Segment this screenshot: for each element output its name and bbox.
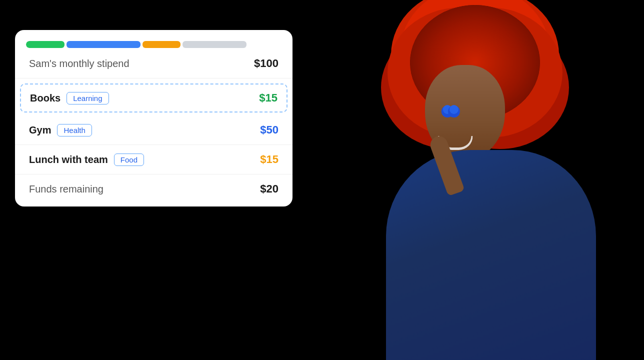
stipend-row: Sam's monthly stipend $100 bbox=[15, 48, 292, 78]
lunch-row: Lunch with team Food $15 bbox=[15, 145, 292, 174]
progress-blue bbox=[66, 41, 140, 48]
remaining-row: Funds remaining $20 bbox=[15, 174, 292, 206]
lunch-tag: Food bbox=[114, 154, 144, 166]
gym-name: Gym bbox=[29, 124, 51, 136]
progress-green bbox=[26, 41, 64, 48]
gym-row-left: Gym Health bbox=[29, 124, 92, 136]
stipend-card: Sam's monthly stipend $100 Books Learnin… bbox=[15, 30, 292, 206]
books-row-wrapper: Books Learning $15 bbox=[20, 84, 288, 112]
lunch-name: Lunch with team bbox=[29, 154, 108, 166]
remaining-label: Funds remaining bbox=[29, 184, 104, 195]
lunch-row-left: Lunch with team Food bbox=[29, 154, 144, 166]
lunch-amount: $15 bbox=[260, 153, 278, 166]
person-body bbox=[386, 150, 596, 360]
remaining-amount: $20 bbox=[260, 182, 278, 196]
gym-amount: $50 bbox=[260, 124, 278, 136]
person-earring-right bbox=[450, 105, 458, 114]
books-row-highlight: Books Learning $15 bbox=[20, 84, 288, 112]
books-row-left: Books Learning bbox=[30, 92, 109, 104]
gym-row: Gym Health $50 bbox=[15, 116, 292, 145]
progress-gray bbox=[182, 41, 246, 48]
stipend-label: Sam's monthly stipend bbox=[29, 58, 130, 70]
books-name: Books bbox=[30, 92, 60, 104]
books-tag: Learning bbox=[66, 92, 108, 104]
stipend-amount: $100 bbox=[254, 57, 278, 70]
person-image bbox=[254, 0, 644, 360]
progress-bar bbox=[26, 41, 282, 48]
progress-orange bbox=[142, 41, 181, 48]
books-amount: $15 bbox=[259, 92, 278, 104]
gym-tag: Health bbox=[57, 124, 92, 136]
